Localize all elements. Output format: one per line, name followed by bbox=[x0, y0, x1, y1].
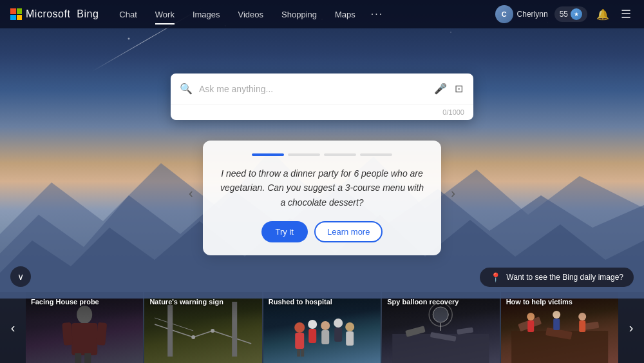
daily-image-bar[interactable]: 📍 Want to see the Bing daily image? bbox=[480, 268, 634, 287]
char-count: 0/1000 bbox=[442, 108, 464, 116]
chevron-down-icon: ∨ bbox=[17, 271, 24, 282]
scroll-down-button[interactable]: ∨ bbox=[10, 266, 31, 287]
ms-logo-blue bbox=[10, 15, 16, 21]
search-box: 🔍 🎤 ⊡ 0/1000 bbox=[171, 74, 473, 120]
nav-maps[interactable]: Maps bbox=[327, 6, 363, 23]
ms-logo-yellow bbox=[17, 15, 23, 21]
prompt-prev-button[interactable]: ‹ bbox=[184, 181, 198, 206]
microphone-icon: 🎤 bbox=[434, 83, 447, 94]
ms-logo-green bbox=[17, 8, 23, 14]
prompt-actions: Try it Learn more bbox=[218, 221, 426, 242]
nav-work[interactable]: Work bbox=[147, 6, 182, 23]
main-header: Microsoft Bing Chat Work Images Videos S… bbox=[0, 0, 644, 28]
user-name: Cherlynn bbox=[517, 10, 548, 19]
prompt-next-button[interactable]: › bbox=[446, 181, 460, 206]
progress-dot-4 bbox=[360, 153, 392, 156]
progress-dot-1 bbox=[252, 153, 284, 156]
reward-badge[interactable]: 55 ★ bbox=[554, 6, 587, 22]
header-right-section: C Cherlynn 55 ★ 🔔 ☰ bbox=[495, 5, 634, 24]
search-icon: 🔍 bbox=[180, 83, 193, 95]
avatar-initials: C bbox=[502, 10, 507, 18]
learn-more-button[interactable]: Learn more bbox=[314, 221, 383, 242]
prompt-card: I need to throw a dinner party for 6 peo… bbox=[203, 141, 441, 255]
avatar: C bbox=[495, 5, 513, 23]
search-bottom-bar: 0/1000 bbox=[171, 104, 473, 120]
reward-score: 55 bbox=[560, 10, 568, 19]
brand-bing: Bing bbox=[77, 8, 99, 19]
search-actions: 🎤 ⊡ bbox=[433, 81, 464, 96]
search-input[interactable] bbox=[199, 84, 426, 94]
location-icon: 📍 bbox=[490, 272, 501, 282]
nav-more-dots[interactable]: ··· bbox=[366, 6, 388, 23]
main-nav: Chat Work Images Videos Shopping Maps ··… bbox=[111, 6, 495, 23]
prompt-progress-dots bbox=[218, 153, 426, 156]
nav-images[interactable]: Images bbox=[185, 6, 228, 23]
notifications-bell-icon[interactable]: 🔔 bbox=[594, 6, 612, 23]
camera-search-button[interactable]: ⊡ bbox=[453, 81, 464, 96]
camera-icon: ⊡ bbox=[455, 83, 463, 94]
reward-star-icon: ★ bbox=[574, 11, 579, 17]
brand-name: Microsoft Bing bbox=[26, 8, 99, 20]
nav-chat[interactable]: Chat bbox=[111, 6, 144, 23]
try-it-button[interactable]: Try it bbox=[261, 221, 308, 242]
nav-videos[interactable]: Videos bbox=[231, 6, 272, 23]
logo-container[interactable]: Microsoft Bing bbox=[10, 8, 99, 20]
search-input-row: 🔍 🎤 ⊡ bbox=[171, 74, 473, 104]
prompt-card-wrapper: ‹ I need to throw a dinner party for 6 p… bbox=[203, 130, 441, 255]
prompt-text: I need to throw a dinner party for 6 peo… bbox=[218, 166, 426, 210]
microsoft-logo bbox=[10, 8, 22, 20]
reward-icon: ★ bbox=[571, 8, 582, 20]
progress-dot-3 bbox=[324, 153, 356, 156]
hamburger-menu-icon[interactable]: ☰ bbox=[618, 5, 634, 24]
brand-microsoft: Microsoft bbox=[26, 8, 70, 19]
progress-dot-2 bbox=[288, 153, 320, 156]
ms-logo-red bbox=[10, 8, 16, 14]
search-container: 🔍 🎤 ⊡ 0/1000 bbox=[171, 74, 473, 120]
main-content: 🔍 🎤 ⊡ 0/1000 ‹ bbox=[0, 28, 644, 363]
user-profile[interactable]: C Cherlynn bbox=[495, 5, 548, 23]
nav-shopping[interactable]: Shopping bbox=[274, 6, 325, 23]
daily-image-label: Want to see the Bing daily image? bbox=[506, 273, 623, 282]
microphone-button[interactable]: 🎤 bbox=[433, 81, 448, 96]
